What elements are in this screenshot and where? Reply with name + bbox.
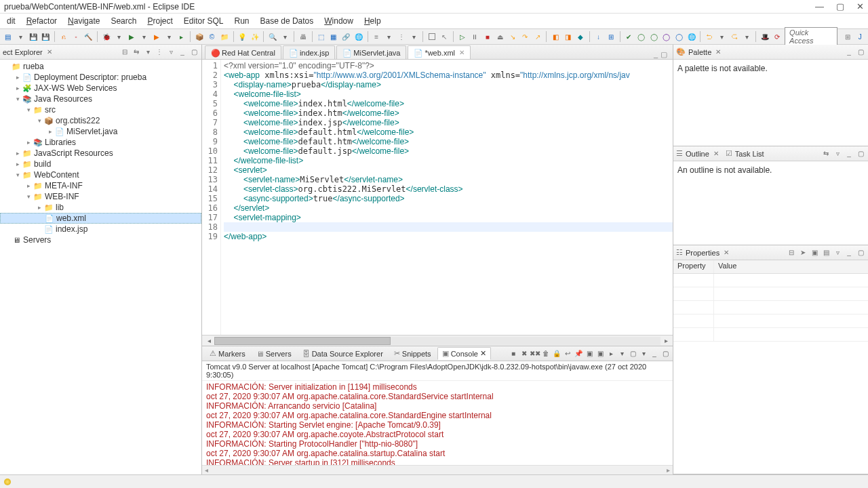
bottom-tab-data-source-explorer[interactable]: 🗄Data Source Explorer bbox=[298, 348, 388, 360]
globe-icon[interactable]: 🌐 bbox=[353, 31, 363, 42]
props-show-icon[interactable]: ➤ bbox=[798, 248, 808, 258]
tree-node[interactable]: ▸📄MiServlet.java bbox=[0, 126, 201, 137]
tree-node[interactable]: ▾📁WebContent bbox=[0, 169, 201, 180]
tree-node[interactable]: ▾📁src bbox=[0, 104, 201, 115]
maximize-props-icon[interactable]: ▢ bbox=[856, 248, 865, 258]
package-icon[interactable]: 📦 bbox=[194, 31, 204, 42]
back-icon[interactable]: ⮌ bbox=[704, 31, 714, 42]
collapse-all-icon[interactable]: ⊟ bbox=[120, 47, 130, 57]
close-outline-icon[interactable]: ✕ bbox=[713, 150, 719, 157]
editor-tab[interactable]: 📄MiServlet.java bbox=[336, 45, 406, 59]
marker-icon[interactable]: ◧ bbox=[550, 31, 560, 42]
class-icon[interactable]: © bbox=[207, 31, 217, 42]
close-view-icon[interactable]: ✕ bbox=[47, 48, 52, 56]
focus-icon[interactable]: ▾ bbox=[143, 47, 153, 57]
code-area[interactable]: <?xml version="1.0" encoding="UTF-8"?> <… bbox=[221, 60, 673, 335]
tree-node[interactable]: ▸🧩JAX-WS Web Services bbox=[0, 83, 201, 94]
terminate-console-icon[interactable]: ■ bbox=[509, 349, 518, 359]
minimize-bottom-icon[interactable]: _ bbox=[650, 349, 659, 359]
terminate-icon[interactable]: ■ bbox=[482, 31, 492, 42]
props-col-value[interactable]: Value bbox=[714, 260, 741, 273]
maximize-bottom-icon[interactable]: ▢ bbox=[660, 349, 670, 359]
quick-access[interactable]: Quick Access bbox=[785, 27, 837, 46]
run-last-icon[interactable]: ▶ bbox=[151, 31, 161, 42]
console-dropdown-icon[interactable]: ▾ bbox=[639, 349, 648, 359]
open-console-icon[interactable]: ▸ bbox=[606, 349, 616, 359]
folder-icon[interactable]: 📁 bbox=[219, 31, 229, 42]
globe-icon[interactable]: 🌐 bbox=[686, 31, 696, 42]
display-console-icon[interactable]: ▣ bbox=[595, 349, 605, 359]
tree-node[interactable]: ▸📁lib bbox=[0, 202, 201, 213]
redhat-icon[interactable]: 🎩 bbox=[760, 31, 770, 42]
tasklist-title[interactable]: Task List bbox=[735, 150, 764, 158]
menu-item-refactor[interactable]: Refactor bbox=[22, 15, 61, 27]
sort-icon[interactable]: ≡ bbox=[372, 31, 382, 42]
minimize-outline-icon[interactable]: _ bbox=[844, 149, 854, 159]
close-icon[interactable]: ✕ bbox=[856, 1, 864, 12]
pointer-icon[interactable]: ↖ bbox=[439, 31, 450, 42]
tree-node[interactable]: ▸📚Libraries bbox=[0, 137, 201, 148]
dropdown-icon[interactable]: ▾ bbox=[163, 31, 174, 42]
dropdown-icon[interactable]: ▾ bbox=[717, 31, 727, 42]
maximize-palette-icon[interactable]: ▢ bbox=[856, 47, 865, 57]
minimize-editor-icon[interactable]: _ bbox=[654, 50, 658, 59]
tree-node[interactable]: ▾📚Java Resources bbox=[0, 94, 201, 104]
dropdown-icon[interactable]: ▾ bbox=[280, 31, 290, 42]
view-menu-icon[interactable]: ▿ bbox=[166, 47, 176, 57]
pin-icon[interactable]: ↓ bbox=[593, 31, 604, 42]
bottom-tab-snippets[interactable]: ✂Snippets bbox=[389, 347, 436, 360]
run-icon[interactable]: ▶ bbox=[126, 31, 136, 42]
dropdown-icon[interactable]: ▾ bbox=[742, 31, 752, 42]
step-into-icon[interactable]: ↘ bbox=[507, 31, 517, 42]
filter-icon[interactable]: ⋮ bbox=[155, 47, 164, 57]
menu-item-dit[interactable]: dit bbox=[3, 15, 20, 27]
dropdown-icon[interactable]: ▾ bbox=[409, 31, 419, 42]
step-over-icon[interactable]: ↷ bbox=[519, 31, 530, 42]
maximize-editor-icon[interactable]: ▢ bbox=[660, 50, 667, 59]
dropdown-icon[interactable]: ▾ bbox=[114, 31, 124, 42]
tree-node[interactable]: ▸📁META-INF bbox=[0, 180, 201, 191]
search-icon[interactable]: 🔍 bbox=[267, 31, 277, 42]
menu-item-base-de-datos[interactable]: Base de Datos bbox=[256, 15, 318, 27]
print-icon[interactable]: 🖶 bbox=[298, 31, 308, 42]
refresh-icon[interactable]: ⟳ bbox=[772, 31, 782, 42]
disconnect-icon[interactable]: ⏏ bbox=[495, 31, 505, 42]
close-properties-icon[interactable]: ✕ bbox=[724, 249, 729, 256]
circle-icon[interactable]: ◯ bbox=[636, 31, 646, 42]
menu-item-project[interactable]: Project bbox=[143, 15, 176, 27]
new-icon[interactable]: ▤ bbox=[3, 31, 13, 42]
tree-node[interactable]: ▸📁build bbox=[0, 159, 201, 169]
build-icon[interactable]: 🔨 bbox=[83, 31, 94, 42]
toggle-icon[interactable]: ⬚ bbox=[316, 31, 326, 42]
tree-node[interactable]: ▸📄Deployment Descriptor: prueba bbox=[0, 72, 201, 83]
maximize-outline-icon[interactable]: ▢ bbox=[856, 149, 865, 159]
grid-icon[interactable]: ▦ bbox=[328, 31, 338, 42]
list-icon[interactable]: ⋮ bbox=[396, 31, 406, 42]
scroll-left-icon[interactable]: ◂ bbox=[203, 337, 214, 344]
dropdown-icon[interactable]: ▾ bbox=[15, 31, 25, 42]
grid-icon[interactable]: ⊞ bbox=[606, 31, 616, 42]
scroll-right-icon[interactable]: ▸ bbox=[660, 337, 671, 344]
menu-item-editor-sql[interactable]: Editor SQL bbox=[180, 15, 228, 27]
resume-icon[interactable]: ▷ bbox=[457, 31, 467, 42]
console-output[interactable]: INFORMACIÓN: Server initialization in [1… bbox=[202, 381, 673, 465]
props-col-property[interactable]: Property bbox=[673, 260, 714, 273]
wand-icon[interactable]: ✨ bbox=[250, 31, 260, 42]
menu-item-navigate[interactable]: Navigate bbox=[64, 15, 104, 27]
remove-all-icon[interactable]: ✖✖ bbox=[530, 349, 540, 359]
show-console-icon[interactable]: ▣ bbox=[585, 349, 594, 359]
step-return-icon[interactable]: ↗ bbox=[532, 31, 542, 42]
dropdown-icon[interactable]: ▾ bbox=[384, 31, 394, 42]
close-tab-icon[interactable]: ✕ bbox=[459, 49, 465, 56]
remove-launch-icon[interactable]: ✖ bbox=[519, 349, 529, 359]
tree-node[interactable]: 📄web.xml bbox=[0, 213, 201, 224]
maximize-view-icon[interactable]: ▢ bbox=[189, 47, 199, 57]
menu-item-window[interactable]: Window bbox=[320, 15, 357, 27]
editor-tab[interactable]: 📄index.jsp bbox=[283, 45, 335, 59]
tree-node[interactable]: 🖥Servers bbox=[0, 235, 201, 245]
props-tree-icon[interactable]: ⊟ bbox=[787, 248, 796, 258]
outline-link-icon[interactable]: ⇆ bbox=[821, 149, 831, 159]
save-icon[interactable]: 💾 bbox=[28, 31, 38, 42]
box-icon[interactable] bbox=[427, 31, 437, 42]
project-tree[interactable]: 📁rueba▸📄Deployment Descriptor: prueba▸🧩J… bbox=[0, 60, 201, 474]
